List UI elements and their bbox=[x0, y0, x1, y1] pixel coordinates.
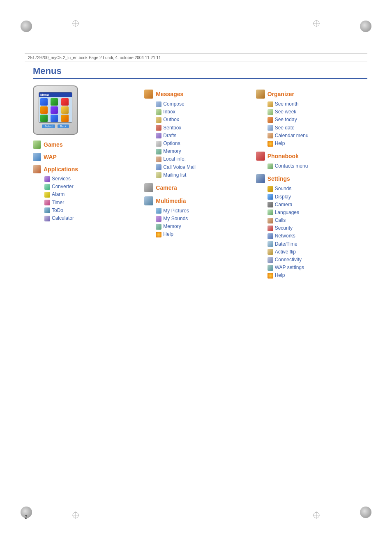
timer-icon bbox=[44, 200, 50, 205]
messages-title: Messages bbox=[156, 91, 183, 97]
wap-settings-icon bbox=[267, 265, 273, 271]
wap-header: WAP bbox=[33, 153, 140, 161]
settings-title: Settings bbox=[267, 175, 290, 182]
col-right: Organizer See month See week See today bbox=[256, 85, 367, 281]
applications-header: Applications bbox=[33, 165, 140, 173]
multimedia-items: My Pictures My Sounds Memory Help bbox=[156, 207, 251, 239]
services-icon bbox=[44, 176, 50, 182]
msg-sentbox: Sentbox bbox=[156, 124, 251, 132]
set-wapsettings: WAP settings bbox=[267, 264, 363, 272]
set-activeflip: Active flip bbox=[267, 248, 363, 256]
local-icon bbox=[156, 157, 161, 162]
org-week: See week bbox=[267, 108, 363, 116]
inbox-icon bbox=[156, 109, 161, 115]
header-strip: 251729200_myC5-2_lu_en.book Page 2 Lundi… bbox=[25, 53, 367, 62]
calmenu-icon bbox=[267, 133, 273, 138]
set-networks: Networks bbox=[267, 232, 363, 240]
org-help: Help bbox=[267, 140, 363, 147]
today-icon bbox=[267, 117, 273, 123]
pictures-icon bbox=[156, 208, 161, 214]
sounds-icon bbox=[267, 186, 273, 192]
mm-memory: Memory bbox=[156, 223, 251, 230]
set-security: Security bbox=[267, 224, 363, 232]
camera-title: Camera bbox=[156, 184, 177, 191]
phone-cell-4 bbox=[40, 106, 48, 114]
activeflip-icon bbox=[267, 249, 273, 255]
messages-icon bbox=[144, 90, 153, 99]
multimedia-title: Multimedia bbox=[156, 198, 186, 204]
games-header: Games bbox=[33, 140, 140, 149]
set-calls: Calls bbox=[267, 216, 363, 224]
set-sounds: Sounds bbox=[267, 185, 363, 193]
multimedia-icon bbox=[144, 196, 153, 205]
phone-cell-9 bbox=[61, 115, 69, 122]
app-converter: Converter bbox=[44, 183, 140, 191]
col-left: Menu Phonebook Select bbox=[33, 85, 144, 223]
phone-cell-1 bbox=[40, 98, 48, 106]
set-help-icon bbox=[267, 273, 273, 279]
app-timer: Timer bbox=[44, 199, 140, 207]
msg-options: Options bbox=[156, 140, 251, 147]
security-icon bbox=[267, 226, 273, 231]
phonebook-header: Phonebook bbox=[256, 152, 363, 161]
mm-memory-icon bbox=[156, 224, 161, 230]
mm-help-icon bbox=[156, 232, 161, 237]
msg-voice: Call Voice Mail bbox=[156, 164, 251, 171]
crosshair-tl bbox=[72, 20, 79, 27]
phone-cell-3 bbox=[61, 98, 69, 106]
calculator-icon bbox=[44, 216, 50, 221]
networks-icon bbox=[267, 233, 273, 239]
app-alarm: Alarm bbox=[44, 191, 140, 198]
month-icon bbox=[267, 101, 273, 107]
applications-items: Services Converter Alarm Timer ToDo bbox=[44, 175, 140, 222]
msg-mailing: Mailing list bbox=[156, 171, 251, 179]
multimedia-header: Multimedia bbox=[144, 196, 251, 205]
phonebook-icon bbox=[256, 152, 265, 161]
set-help: Help bbox=[267, 272, 363, 279]
phone-screen-bar: Menu bbox=[39, 92, 72, 97]
organizer-title: Organizer bbox=[267, 91, 294, 97]
msg-local: Local info. bbox=[156, 155, 251, 163]
footer-line: 2 bbox=[25, 520, 367, 522]
applications-title: Applications bbox=[44, 166, 78, 173]
msg-compose: Compose bbox=[156, 100, 251, 108]
mm-pictures: My Pictures bbox=[156, 207, 251, 215]
phonebook-items: Contacts menu bbox=[267, 162, 363, 170]
set-camera: Camera bbox=[267, 201, 363, 209]
organizer-header: Organizer bbox=[256, 90, 363, 99]
compose-icon bbox=[156, 101, 161, 107]
drafts-icon bbox=[156, 133, 161, 138]
voice-icon bbox=[156, 164, 161, 170]
week-icon bbox=[267, 109, 273, 115]
organizer-items: See month See week See today See date Ca… bbox=[267, 100, 363, 147]
set-languages: Languages bbox=[267, 209, 363, 216]
settings-items: Sounds Display Camera Languages Calls bbox=[267, 185, 363, 279]
org-today: See today bbox=[267, 116, 363, 124]
phonebook-title: Phonebook bbox=[267, 153, 299, 159]
page-content: Menus Menu bbox=[33, 66, 367, 514]
applications-icon bbox=[33, 165, 41, 173]
col-middle: Messages Compose Inbox Outbox Sentbox bbox=[144, 85, 256, 240]
corner-top-right bbox=[360, 21, 371, 32]
corner-top-left bbox=[21, 21, 32, 32]
org-date: See date bbox=[267, 124, 363, 132]
set-datetime: Date/Time bbox=[267, 240, 363, 248]
org-month: See month bbox=[267, 100, 363, 108]
msg-memory: Memory bbox=[156, 147, 251, 155]
mm-help: Help bbox=[156, 230, 251, 238]
games-icon bbox=[33, 140, 41, 149]
organizer-icon bbox=[256, 90, 265, 99]
pb-contacts: Contacts menu bbox=[267, 162, 363, 170]
phone-select-btn: Select bbox=[42, 124, 55, 128]
converter-icon bbox=[44, 184, 50, 190]
alarm-icon bbox=[44, 192, 50, 198]
menus-layout: Menu Phonebook Select bbox=[33, 85, 367, 281]
display-icon bbox=[267, 194, 273, 200]
camera-set-icon bbox=[267, 202, 273, 207]
phone-back-btn: Back bbox=[58, 124, 69, 128]
phone-image: Menu Phonebook Select bbox=[33, 85, 78, 135]
todo-icon bbox=[44, 207, 50, 213]
messages-header: Messages bbox=[144, 90, 251, 99]
datetime-icon bbox=[267, 241, 273, 247]
crosshair-tr bbox=[313, 20, 320, 27]
